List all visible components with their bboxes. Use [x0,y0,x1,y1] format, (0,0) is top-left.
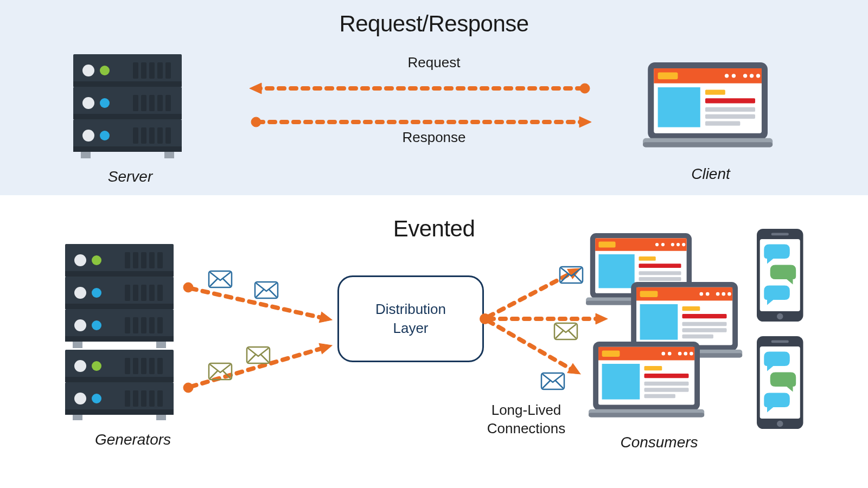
label-client: Client [656,165,765,183]
generator-arrow-2 [183,340,334,393]
svg-line-47 [488,271,575,317]
consumer-arrow-3 [488,321,583,379]
svg-line-49 [488,321,575,371]
label-server: Server [76,168,184,185]
envelope-icon [255,282,278,298]
svg-line-44 [191,288,327,319]
consumer-laptop-icon [627,282,742,357]
envelope-icon [209,363,232,380]
generator-arrow-1 [183,282,333,325]
consumer-laptop-icon [586,233,696,305]
title-evented: Evented [0,216,868,242]
title-request-response: Request/Response [0,11,868,37]
label-generators: Generators [62,431,203,448]
consumer-arrow-1 [488,264,583,317]
envelope-icon [247,347,270,363]
label-long-lived: Long-Lived Connections [456,401,597,438]
label-consumers: Consumers [589,434,730,451]
svg-point-45 [183,383,193,393]
distribution-layer-label: Distribution Layer [375,300,446,338]
generator-server-1-icon [65,244,174,348]
envelope-icon [209,271,232,287]
distribution-layer-box: Distribution Layer [337,275,484,362]
svg-point-43 [183,282,193,292]
consumer-arrow-2 [488,313,608,324]
svg-line-46 [191,347,327,387]
generator-server-2-icon [65,350,174,420]
consumer-phone-icon [757,229,803,322]
envelope-icon [560,267,583,283]
envelope-icon [554,323,577,339]
label-request: Request [0,54,868,71]
label-response: Response [0,129,868,146]
consumer-phone-icon [757,336,803,429]
consumer-laptop-icon [589,342,704,417]
envelope-icon [541,373,564,389]
